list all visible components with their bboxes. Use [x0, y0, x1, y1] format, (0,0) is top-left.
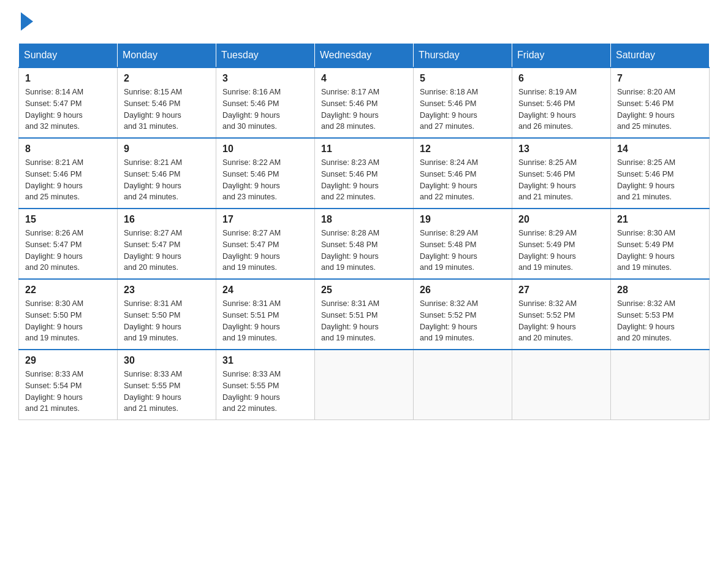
day-of-week-header: Thursday: [414, 44, 512, 68]
day-number: 5: [420, 73, 506, 84]
calendar-day-cell: [512, 350, 611, 420]
day-number: 10: [222, 144, 308, 155]
calendar-week-row: 8Sunrise: 8:21 AMSunset: 5:46 PMDaylight…: [19, 138, 710, 209]
calendar-day-cell: 23Sunrise: 8:31 AMSunset: 5:50 PMDayligh…: [118, 279, 216, 350]
calendar-day-cell: 16Sunrise: 8:27 AMSunset: 5:47 PMDayligh…: [118, 209, 216, 279]
calendar-day-cell: 10Sunrise: 8:22 AMSunset: 5:46 PMDayligh…: [216, 138, 315, 209]
day-info: Sunrise: 8:23 AMSunset: 5:46 PMDaylight:…: [321, 157, 407, 203]
day-number: 1: [25, 73, 111, 84]
day-number: 13: [518, 144, 604, 155]
day-number: 27: [518, 285, 604, 296]
day-of-week-header: Saturday: [611, 44, 710, 68]
day-number: 7: [617, 73, 703, 84]
day-info: Sunrise: 8:17 AMSunset: 5:46 PMDaylight:…: [321, 86, 407, 132]
calendar-table: SundayMondayTuesdayWednesdayThursdayFrid…: [18, 43, 710, 420]
day-info: Sunrise: 8:28 AMSunset: 5:48 PMDaylight:…: [321, 228, 407, 274]
day-number: 30: [124, 355, 210, 366]
day-number: 6: [518, 73, 604, 84]
calendar-day-cell: 12Sunrise: 8:24 AMSunset: 5:46 PMDayligh…: [414, 138, 512, 209]
day-info: Sunrise: 8:19 AMSunset: 5:46 PMDaylight:…: [518, 86, 604, 132]
calendar-day-cell: 5Sunrise: 8:18 AMSunset: 5:46 PMDaylight…: [414, 67, 512, 138]
day-of-week-header: Monday: [118, 44, 216, 68]
day-number: 16: [124, 214, 210, 225]
day-number: 28: [617, 285, 703, 296]
calendar-day-cell: 13Sunrise: 8:25 AMSunset: 5:46 PMDayligh…: [512, 138, 611, 209]
day-number: 26: [420, 285, 506, 296]
day-number: 19: [420, 214, 506, 225]
calendar-day-cell: 28Sunrise: 8:32 AMSunset: 5:53 PMDayligh…: [611, 279, 710, 350]
day-info: Sunrise: 8:30 AMSunset: 5:49 PMDaylight:…: [617, 228, 703, 274]
day-info: Sunrise: 8:31 AMSunset: 5:51 PMDaylight:…: [222, 298, 308, 344]
day-info: Sunrise: 8:32 AMSunset: 5:53 PMDaylight:…: [617, 298, 703, 344]
day-info: Sunrise: 8:25 AMSunset: 5:46 PMDaylight:…: [617, 157, 703, 203]
day-number: 25: [321, 285, 407, 296]
day-info: Sunrise: 8:29 AMSunset: 5:49 PMDaylight:…: [518, 228, 604, 274]
calendar-day-cell: 15Sunrise: 8:26 AMSunset: 5:47 PMDayligh…: [19, 209, 118, 279]
day-number: 14: [617, 144, 703, 155]
day-info: Sunrise: 8:32 AMSunset: 5:52 PMDaylight:…: [420, 298, 506, 344]
day-info: Sunrise: 8:14 AMSunset: 5:47 PMDaylight:…: [25, 86, 111, 132]
day-number: 3: [222, 73, 308, 84]
day-info: Sunrise: 8:26 AMSunset: 5:47 PMDaylight:…: [25, 228, 111, 274]
day-number: 9: [124, 144, 210, 155]
calendar-day-cell: 2Sunrise: 8:15 AMSunset: 5:46 PMDaylight…: [118, 67, 216, 138]
day-number: 15: [25, 214, 111, 225]
day-info: Sunrise: 8:16 AMSunset: 5:46 PMDaylight:…: [222, 86, 308, 132]
day-info: Sunrise: 8:33 AMSunset: 5:54 PMDaylight:…: [25, 369, 111, 415]
day-info: Sunrise: 8:25 AMSunset: 5:46 PMDaylight:…: [518, 157, 604, 203]
day-number: 8: [25, 144, 111, 155]
day-info: Sunrise: 8:32 AMSunset: 5:52 PMDaylight:…: [518, 298, 604, 344]
calendar-day-cell: 9Sunrise: 8:21 AMSunset: 5:46 PMDaylight…: [118, 138, 216, 209]
day-info: Sunrise: 8:33 AMSunset: 5:55 PMDaylight:…: [222, 369, 308, 415]
day-info: Sunrise: 8:24 AMSunset: 5:46 PMDaylight:…: [420, 157, 506, 203]
calendar-week-row: 29Sunrise: 8:33 AMSunset: 5:54 PMDayligh…: [19, 350, 710, 420]
page-header: [18, 12, 710, 31]
day-of-week-header: Sunday: [19, 44, 118, 68]
calendar-day-cell: 27Sunrise: 8:32 AMSunset: 5:52 PMDayligh…: [512, 279, 611, 350]
calendar-day-cell: 8Sunrise: 8:21 AMSunset: 5:46 PMDaylight…: [19, 138, 118, 209]
calendar-day-cell: [315, 350, 414, 420]
calendar-day-cell: [611, 350, 710, 420]
day-info: Sunrise: 8:27 AMSunset: 5:47 PMDaylight:…: [124, 228, 210, 274]
calendar-header-row: SundayMondayTuesdayWednesdayThursdayFrid…: [19, 44, 710, 68]
day-info: Sunrise: 8:21 AMSunset: 5:46 PMDaylight:…: [25, 157, 111, 203]
day-number: 29: [25, 355, 111, 366]
calendar-day-cell: 19Sunrise: 8:29 AMSunset: 5:48 PMDayligh…: [414, 209, 512, 279]
day-number: 4: [321, 73, 407, 84]
calendar-day-cell: 6Sunrise: 8:19 AMSunset: 5:46 PMDaylight…: [512, 67, 611, 138]
calendar-day-cell: 4Sunrise: 8:17 AMSunset: 5:46 PMDaylight…: [315, 67, 414, 138]
day-of-week-header: Wednesday: [315, 44, 414, 68]
calendar-day-cell: 18Sunrise: 8:28 AMSunset: 5:48 PMDayligh…: [315, 209, 414, 279]
logo: [18, 12, 33, 31]
calendar-week-row: 22Sunrise: 8:30 AMSunset: 5:50 PMDayligh…: [19, 279, 710, 350]
day-info: Sunrise: 8:27 AMSunset: 5:47 PMDaylight:…: [222, 228, 308, 274]
day-info: Sunrise: 8:20 AMSunset: 5:46 PMDaylight:…: [617, 86, 703, 132]
day-number: 18: [321, 214, 407, 225]
calendar-day-cell: 25Sunrise: 8:31 AMSunset: 5:51 PMDayligh…: [315, 279, 414, 350]
calendar-day-cell: 22Sunrise: 8:30 AMSunset: 5:50 PMDayligh…: [19, 279, 118, 350]
day-info: Sunrise: 8:31 AMSunset: 5:50 PMDaylight:…: [124, 298, 210, 344]
day-number: 20: [518, 214, 604, 225]
day-number: 2: [124, 73, 210, 84]
calendar-week-row: 15Sunrise: 8:26 AMSunset: 5:47 PMDayligh…: [19, 209, 710, 279]
calendar-day-cell: [414, 350, 512, 420]
day-number: 12: [420, 144, 506, 155]
calendar-day-cell: 17Sunrise: 8:27 AMSunset: 5:47 PMDayligh…: [216, 209, 315, 279]
day-info: Sunrise: 8:33 AMSunset: 5:55 PMDaylight:…: [124, 369, 210, 415]
day-number: 31: [222, 355, 308, 366]
day-info: Sunrise: 8:22 AMSunset: 5:46 PMDaylight:…: [222, 157, 308, 203]
day-info: Sunrise: 8:30 AMSunset: 5:50 PMDaylight:…: [25, 298, 111, 344]
day-number: 23: [124, 285, 210, 296]
day-info: Sunrise: 8:18 AMSunset: 5:46 PMDaylight:…: [420, 86, 506, 132]
logo-triangle-icon: [21, 12, 33, 31]
calendar-day-cell: 3Sunrise: 8:16 AMSunset: 5:46 PMDaylight…: [216, 67, 315, 138]
calendar-day-cell: 21Sunrise: 8:30 AMSunset: 5:49 PMDayligh…: [611, 209, 710, 279]
calendar-day-cell: 14Sunrise: 8:25 AMSunset: 5:46 PMDayligh…: [611, 138, 710, 209]
day-info: Sunrise: 8:15 AMSunset: 5:46 PMDaylight:…: [124, 86, 210, 132]
calendar-day-cell: 24Sunrise: 8:31 AMSunset: 5:51 PMDayligh…: [216, 279, 315, 350]
calendar-day-cell: 11Sunrise: 8:23 AMSunset: 5:46 PMDayligh…: [315, 138, 414, 209]
calendar-day-cell: 20Sunrise: 8:29 AMSunset: 5:49 PMDayligh…: [512, 209, 611, 279]
day-of-week-header: Friday: [512, 44, 611, 68]
calendar-day-cell: 29Sunrise: 8:33 AMSunset: 5:54 PMDayligh…: [19, 350, 118, 420]
day-info: Sunrise: 8:31 AMSunset: 5:51 PMDaylight:…: [321, 298, 407, 344]
